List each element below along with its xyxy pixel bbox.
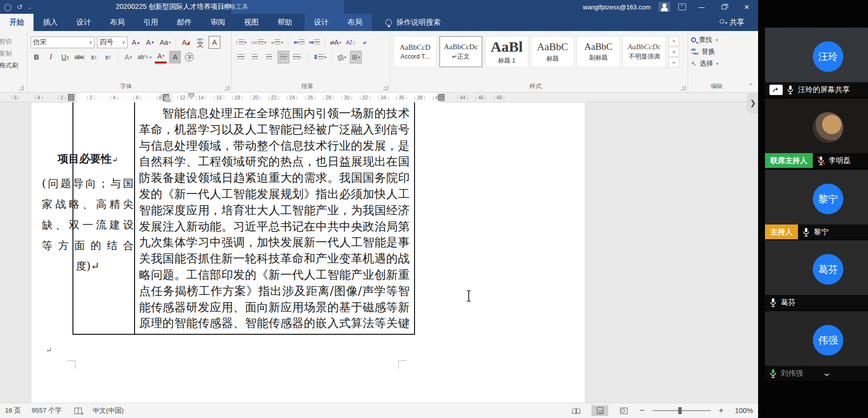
paragraph-dialog-launcher-icon[interactable] <box>383 85 388 90</box>
character-shading-button[interactable]: A <box>169 51 181 64</box>
increase-indent-button[interactable]: ⇒ <box>308 36 321 49</box>
borders-button[interactable]: ⊞▾ <box>350 51 362 64</box>
account-avatar-icon[interactable] <box>659 2 670 12</box>
font-color-button[interactable]: A▾ <box>155 51 167 64</box>
subscript-button[interactable]: x2 <box>88 51 100 64</box>
table-left-cell[interactable]: 项目必要性↵ (问题导向；与国家战略、高精尖缺、双一流建设等方面的结合度)↵ <box>42 152 134 277</box>
decrease-indent-button[interactable]: ⇐ <box>292 36 305 49</box>
ribbon-tab[interactable]: 引用 <box>134 14 168 31</box>
asian-layout-button[interactable]: ⇄A▾ <box>329 36 343 49</box>
format-painter-button[interactable]: 格式刷 <box>0 60 27 71</box>
font-size-combo[interactable]: 四号∨ <box>97 36 128 48</box>
table-column-marker-icon[interactable] <box>68 94 74 101</box>
participant-tile[interactable]: 黎宁 主持人 黎宁 <box>765 170 868 239</box>
ribbon-tab[interactable]: 插入 <box>34 14 67 31</box>
restore-button[interactable] <box>717 3 731 11</box>
grow-font-button[interactable]: A▲ <box>130 36 142 49</box>
shrink-font-button[interactable]: A▼ <box>144 36 156 49</box>
shading-button[interactable]: ▨▾ <box>336 51 347 64</box>
clear-formatting-button[interactable]: A◢ <box>180 36 192 49</box>
ribbon-tab[interactable]: 邮件 <box>168 14 201 31</box>
ribbon-tab[interactable]: 设计 <box>67 14 101 31</box>
align-right-button[interactable] <box>263 51 275 64</box>
account-email[interactable]: wanglfpizess@163.com <box>583 3 651 11</box>
line-spacing-button[interactable]: ⇕▾ <box>312 51 327 64</box>
participant-tile[interactable]: 联席主持人 李明磊 <box>765 98 868 168</box>
zoom-in-button[interactable]: + <box>718 406 725 416</box>
ribbon-tab[interactable]: 审阅 <box>201 14 235 31</box>
change-case-button[interactable]: Aa▾ <box>159 36 172 49</box>
table-right-cell[interactable]: 智能信息处理正在全球范围内引领一场新的技术革命，机器学习以及人工智能已经被广泛融… <box>139 105 410 331</box>
copy-button[interactable]: 复制 <box>0 48 27 60</box>
minimize-button[interactable]: — <box>694 3 709 11</box>
ribbon-tab[interactable]: 视图 <box>235 14 268 31</box>
read-mode-button[interactable] <box>568 405 585 416</box>
phonetic-guide-button[interactable]: wén文 <box>194 36 206 49</box>
align-center-button[interactable] <box>249 51 261 64</box>
collapsed-pane-handle[interactable]: ❯ <box>748 94 758 112</box>
zoom-slider-thumb[interactable] <box>678 407 682 414</box>
show-marks-button[interactable]: ⤶ <box>359 36 371 49</box>
highlight-color-button[interactable]: ab✎▾ <box>137 51 152 64</box>
chevron-down-icon[interactable]: ⌄ <box>822 369 832 378</box>
page-count[interactable]: 16 页 <box>5 406 21 415</box>
undo-icon[interactable]: ↺ <box>17 3 23 11</box>
distribute-button[interactable]: ⇔ <box>292 51 304 64</box>
print-layout-button[interactable] <box>591 405 608 416</box>
superscript-button[interactable]: x2 <box>102 51 114 64</box>
ribbon-tab[interactable]: 开始 <box>0 14 34 31</box>
enclose-characters-button[interactable]: 字 <box>183 51 195 64</box>
horizontal-ruler[interactable]: 642 2468 121416182022242628303234363840 … <box>0 93 751 102</box>
sort-button[interactable]: AZ↓ <box>345 36 356 49</box>
italic-button[interactable]: I <box>45 51 57 64</box>
participant-tile[interactable]: 汪玲 汪玲的屏幕共享 <box>765 28 868 97</box>
styles-scroll-up-icon[interactable]: ∧ <box>668 36 679 46</box>
tell-me-search[interactable]: 操作说明搜索 <box>385 14 441 31</box>
style-title[interactable]: AaBbC 标题 <box>531 36 574 67</box>
zoom-level[interactable]: 100% <box>731 407 753 415</box>
clipboard-dialog-launcher-icon[interactable] <box>19 85 24 90</box>
zoom-slider[interactable] <box>653 410 711 411</box>
styles-gallery-more-icon[interactable]: ≂ <box>668 57 679 67</box>
zoom-out-button[interactable]: − <box>639 406 646 416</box>
numbering-button[interactable]: 123▾ <box>250 36 268 49</box>
cut-button[interactable]: 剪切 <box>0 36 27 48</box>
qat-customize-chevron-icon[interactable]: ⌄ <box>27 4 31 10</box>
word-count[interactable]: 9557 个字 <box>32 406 62 415</box>
style-heading1[interactable]: AaBl 标题 1 <box>485 36 528 67</box>
align-left-button[interactable] <box>235 51 246 64</box>
ribbon-tab[interactable]: 帮助 <box>268 14 302 31</box>
ribbon-display-options-icon[interactable]: ⌃ <box>678 3 686 10</box>
style-normal-selected[interactable]: AaBbCcDc ↵正文 <box>439 36 483 67</box>
font-name-combo[interactable]: 仿宋∨ <box>31 36 95 48</box>
style-accord[interactable]: AaBbCcD Accord T... <box>393 36 437 67</box>
collapse-ribbon-icon[interactable]: ⌃ <box>749 83 753 89</box>
ribbon-tab[interactable]: 布局 <box>101 14 134 31</box>
contextual-ribbon-tab[interactable]: 布局 <box>338 14 372 31</box>
autosave-icon[interactable]: ◯ <box>4 3 12 11</box>
select-button[interactable]: ↖ 选择▾ <box>691 58 749 69</box>
font-dialog-launcher-icon[interactable] <box>224 85 229 90</box>
participant-tile[interactable]: 伟强 刘伟强 ⌄ <box>765 311 868 381</box>
strikethrough-button[interactable]: abc <box>73 51 85 64</box>
close-button[interactable]: ✕ <box>739 3 754 11</box>
styles-dialog-launcher-icon[interactable] <box>681 85 686 90</box>
multilevel-list-button[interactable]: ¹a▾ <box>270 36 284 49</box>
underline-button[interactable]: U▾ <box>59 51 71 64</box>
share-button[interactable]: 共享 <box>718 14 744 31</box>
replace-button[interactable]: ab⇢ac 替换 <box>691 46 749 58</box>
justify-button[interactable] <box>278 51 289 64</box>
language-status[interactable]: 中文(中国) <box>93 406 124 415</box>
document-canvas[interactable]: 项目必要性↵ (问题导向；与国家战略、高精尖缺、双一流建设等方面的结合度)↵ 智… <box>0 102 758 403</box>
style-subtle-emphasis[interactable]: AaBbCcDc 不明显强调 <box>623 36 666 67</box>
styles-scroll-down-icon[interactable]: ∨ <box>668 47 679 57</box>
web-layout-button[interactable] <box>615 405 632 416</box>
contextual-ribbon-tab[interactable]: 设计 <box>305 14 338 31</box>
bullets-button[interactable]: ⁝▾ <box>235 36 248 49</box>
bold-button[interactable]: B <box>31 51 42 64</box>
table-column-marker-icon[interactable] <box>438 94 445 101</box>
character-border-button[interactable]: A <box>208 36 220 49</box>
style-subtitle[interactable]: AaBbC 副标题 <box>577 36 620 67</box>
proofing-status-icon[interactable] <box>74 408 82 414</box>
find-button[interactable]: 查找▾ <box>691 34 749 46</box>
